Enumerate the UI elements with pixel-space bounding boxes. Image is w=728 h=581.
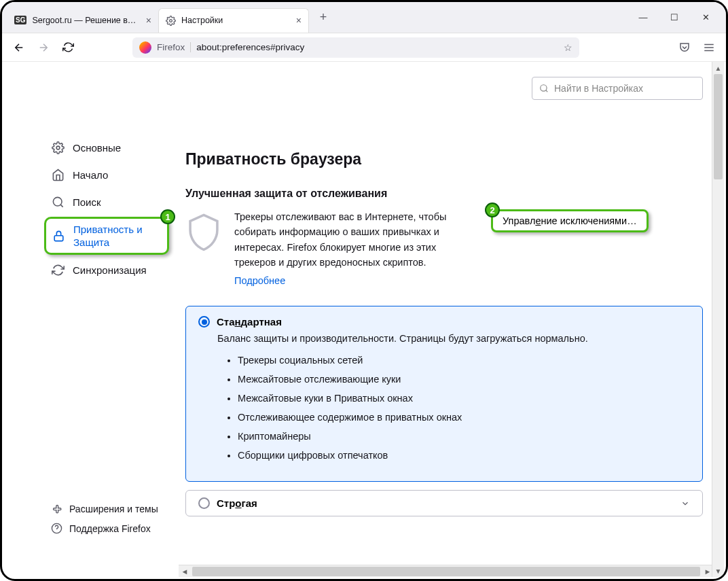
sidebar-item-home[interactable]: Начало xyxy=(44,162,169,187)
sync-icon xyxy=(51,263,65,277)
close-icon[interactable]: × xyxy=(146,15,151,26)
svg-point-0 xyxy=(170,19,172,22)
pocket-icon[interactable] xyxy=(677,40,692,55)
svg-line-6 xyxy=(60,205,62,207)
svg-point-4 xyxy=(56,146,60,149)
sidebar-item-label: Синхронизация xyxy=(73,264,147,276)
tab-title: Настройки xyxy=(181,16,291,25)
manage-exceptions-button[interactable]: 2 Управление исключениями… xyxy=(491,209,649,232)
gear-icon xyxy=(51,141,65,154)
svg-point-10 xyxy=(541,85,547,91)
sidebar-item-label: Поиск xyxy=(73,196,101,208)
protection-option-strict[interactable]: Строгая xyxy=(185,490,703,516)
home-icon xyxy=(51,168,65,181)
maximize-button[interactable]: ☐ xyxy=(668,12,681,22)
sidebar-item-label: Начало xyxy=(73,169,108,181)
section-heading: Улучшенная защита от отслеживания xyxy=(185,188,703,200)
sidebar-item-search[interactable]: Поиск xyxy=(44,190,169,214)
sidebar-item-label: Приватность и Защита xyxy=(73,223,162,249)
protection-option-standard[interactable]: Стандартная Баланс защиты и производител… xyxy=(185,306,703,482)
close-button[interactable]: ✕ xyxy=(699,12,712,22)
blocked-items-list: Трекеры социальных сетей Межсайтовые отс… xyxy=(238,355,690,461)
help-icon xyxy=(51,523,62,534)
shield-icon xyxy=(185,212,222,254)
svg-line-11 xyxy=(546,90,548,92)
list-item: Трекеры социальных сетей xyxy=(238,355,690,366)
sidebar-footer-label: Поддержка Firefox xyxy=(69,523,151,534)
search-placeholder: Найти в Настройках xyxy=(554,83,643,94)
radio-strict[interactable] xyxy=(198,497,210,509)
horizontal-scrollbar[interactable]: ◄ ► xyxy=(179,565,714,577)
vertical-scrollbar[interactable]: ▲ ▼ xyxy=(712,62,724,577)
scroll-up-icon[interactable]: ▲ xyxy=(712,62,724,74)
back-button[interactable] xyxy=(12,40,26,55)
sidebar-item-general[interactable]: Основные xyxy=(44,135,169,160)
tab-inactive[interactable]: SG Sergoot.ru — Решение ваших IT × xyxy=(7,8,158,33)
search-icon xyxy=(539,84,549,93)
callout-badge: 2 xyxy=(485,203,500,217)
search-icon xyxy=(51,195,65,209)
forward-button[interactable] xyxy=(36,40,51,55)
list-item: Отслеживающее содержимое в приватных окн… xyxy=(238,412,690,423)
url-text: about:preferences#privacy xyxy=(196,42,558,52)
menu-button[interactable] xyxy=(702,40,716,55)
browser-label: Firefox xyxy=(157,42,191,52)
puzzle-icon xyxy=(51,503,62,514)
firefox-icon xyxy=(139,41,151,54)
learn-more-link[interactable]: Подробнее xyxy=(234,273,285,288)
url-bar[interactable]: Firefox about:preferences#privacy ☆ xyxy=(132,37,579,58)
bookmark-star-icon[interactable]: ☆ xyxy=(564,42,572,53)
list-item: Сборщики цифровых отпечатков xyxy=(238,450,690,461)
sidebar-item-label: Основные xyxy=(73,142,121,154)
list-item: Межсайтовые куки в Приватных окнах xyxy=(238,393,690,404)
close-icon[interactable]: × xyxy=(296,15,302,26)
radio-standard[interactable] xyxy=(198,316,210,328)
option-label: Строгая xyxy=(217,497,257,509)
svg-point-5 xyxy=(53,197,62,206)
reload-button[interactable] xyxy=(60,40,75,55)
sidebar-extensions[interactable]: Расширения и темы xyxy=(44,499,169,518)
scroll-down-icon[interactable]: ▼ xyxy=(712,565,724,577)
svg-rect-7 xyxy=(54,235,63,241)
lock-icon xyxy=(52,229,65,243)
minimize-button[interactable]: — xyxy=(636,12,650,22)
sidebar-item-sync[interactable]: Синхронизация xyxy=(44,258,169,282)
tab-title: Sergoot.ru — Решение ваших IT xyxy=(32,16,140,25)
scrollbar-thumb[interactable] xyxy=(714,74,723,179)
scrollbar-thumb[interactable] xyxy=(192,567,700,576)
option-description: Баланс защиты и производительности. Стра… xyxy=(217,333,690,344)
favicon-sergoot: SG xyxy=(14,16,26,24)
settings-search[interactable]: Найти в Настройках xyxy=(532,77,703,100)
list-item: Межсайтовые отслеживающие куки xyxy=(238,374,690,385)
tracking-description: Трекеры отслеживают вас в Интернете, что… xyxy=(234,211,446,268)
titlebar: SG Sergoot.ru — Решение ваших IT × Настр… xyxy=(2,2,726,33)
main-content: Найти в Настройках Приватность браузера … xyxy=(179,62,726,579)
navbar: Firefox about:preferences#privacy ☆ xyxy=(2,33,726,62)
tab-active[interactable]: Настройки × xyxy=(158,8,309,33)
chevron-down-icon[interactable] xyxy=(680,499,690,508)
sidebar: Основные Начало Поиск 1 Приватность и За… xyxy=(2,62,179,579)
new-tab-button[interactable]: + xyxy=(313,7,333,28)
gear-icon xyxy=(166,16,176,26)
callout-badge: 1 xyxy=(160,209,175,224)
sidebar-footer-label: Расширения и темы xyxy=(69,504,158,514)
page-title: Приватность браузера xyxy=(185,118,703,169)
list-item: Криптомайнеры xyxy=(238,431,690,442)
sidebar-support[interactable]: Поддержка Firefox xyxy=(44,518,169,538)
sidebar-item-privacy[interactable]: 1 Приватность и Защита xyxy=(44,217,169,255)
option-label: Стандартная xyxy=(217,316,282,328)
scroll-left-icon[interactable]: ◄ xyxy=(179,567,191,576)
